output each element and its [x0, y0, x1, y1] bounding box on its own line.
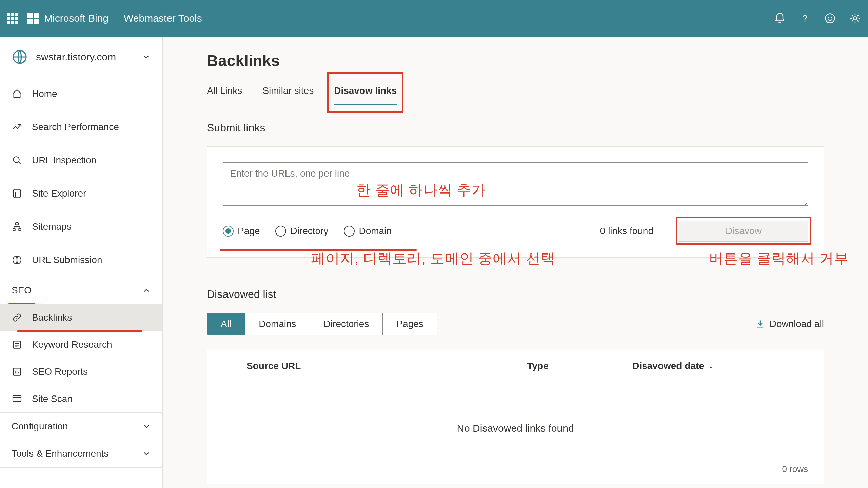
svg-rect-10 [19, 228, 21, 231]
tab-disavow-links[interactable]: Disavow links [334, 77, 397, 105]
nav-label: Search Performance [32, 122, 119, 133]
seg-pages[interactable]: Pages [383, 313, 437, 335]
row-count: 0 rows [207, 454, 824, 484]
download-icon [755, 319, 765, 329]
nav-label: Home [32, 88, 57, 99]
nav-site-scan[interactable]: Site Scan [0, 385, 162, 412]
nav-label: Site Explorer [32, 188, 86, 199]
app-launcher-icon[interactable] [7, 13, 18, 24]
annotation-text: 한 줄에 하나씩 추가 [356, 181, 486, 200]
chevron-down-icon [141, 52, 151, 62]
svg-rect-9 [13, 228, 15, 231]
sidebar-nav[interactable]: Home Search Performance URL Inspection S… [0, 77, 162, 488]
radio-page[interactable]: Page [223, 226, 260, 237]
seg-directories[interactable]: Directories [310, 313, 383, 335]
nav-label: Backlinks [32, 312, 72, 323]
sidebar: swstar.tistory.com Home Search Performan… [0, 37, 163, 488]
tab-similar-sites[interactable]: Similar sites [262, 77, 314, 105]
col-type[interactable]: Type [527, 361, 633, 371]
tab-all-links[interactable]: All Links [207, 77, 242, 105]
col-source-url[interactable]: Source URL [223, 361, 527, 371]
seg-domains[interactable]: Domains [245, 313, 310, 335]
submit-links-label: Submit links [207, 122, 824, 134]
nav-url-submission[interactable]: URL Submission [0, 243, 162, 277]
download-all-button[interactable]: Download all [755, 319, 824, 329]
submit-links-card: 한 줄에 하나씩 추가 Page Directory Domain 0 link… [207, 146, 824, 258]
svg-rect-8 [16, 223, 18, 225]
microsoft-logo-icon [27, 13, 39, 24]
svg-rect-14 [13, 395, 21, 401]
radio-icon [223, 226, 234, 237]
radio-icon [275, 226, 286, 237]
download-label: Download all [770, 319, 824, 329]
url-input[interactable] [223, 162, 808, 206]
nav-group-configuration[interactable]: Configuration [0, 413, 162, 440]
chevron-up-icon [142, 286, 151, 295]
nav-group-label: Tools & Enhancements [12, 448, 108, 459]
site-domain: swstar.tistory.com [36, 51, 133, 63]
globe-icon [12, 49, 28, 65]
help-icon[interactable] [799, 12, 811, 24]
sort-down-icon [708, 363, 714, 369]
nav-label: Site Scan [32, 393, 73, 404]
notifications-icon[interactable] [774, 12, 786, 24]
svg-point-0 [805, 21, 805, 22]
chevron-down-icon [142, 449, 151, 458]
nav-group-tools[interactable]: Tools & Enhancements [0, 440, 162, 467]
nav-label: Sitemaps [32, 221, 72, 232]
col-disavowed-date[interactable]: Disavowed date [632, 361, 808, 371]
header-divider [116, 12, 116, 24]
nav-group-seo[interactable]: SEO [0, 277, 162, 304]
disavowed-table: Source URL Type Disavowed date No Disavo… [207, 350, 824, 484]
nav-label: Keyword Research [32, 339, 112, 350]
filter-segments: All Domains Directories Pages [207, 313, 437, 335]
radio-row: Page Directory Domain 0 links found Disa… [223, 221, 808, 242]
brand-logo[interactable]: Microsoft Bing [27, 13, 108, 24]
svg-point-3 [831, 17, 832, 18]
radio-label: Domain [359, 226, 391, 237]
nav-label: SEO Reports [32, 366, 88, 377]
chevron-down-icon [142, 422, 151, 431]
seg-all[interactable]: All [207, 313, 245, 335]
nav-search-performance[interactable]: Search Performance [0, 110, 162, 144]
top-header: Microsoft Bing Webmaster Tools [0, 0, 868, 37]
nav-home[interactable]: Home [0, 77, 162, 110]
site-selector[interactable]: swstar.tistory.com [0, 37, 162, 77]
nav-label: URL Inspection [32, 155, 96, 166]
nav-url-inspection[interactable]: URL Inspection [0, 144, 162, 177]
radio-domain[interactable]: Domain [344, 226, 391, 237]
annotation-text: 버튼을 클릭해서 거부 [709, 249, 849, 268]
header-actions [774, 12, 861, 24]
svg-point-6 [13, 157, 19, 162]
svg-point-4 [853, 17, 857, 20]
filter-row: All Domains Directories Pages Download a… [207, 313, 824, 335]
product-name: Webmaster Tools [124, 13, 202, 24]
nav-group-label: Configuration [12, 421, 68, 432]
tabs: All Links Similar sites Disavow links [163, 77, 868, 105]
svg-rect-7 [13, 190, 20, 197]
main-content: Backlinks All Links Similar sites Disavo… [163, 37, 868, 488]
links-found-label: 0 links found [600, 226, 653, 237]
empty-state: No Disavowed links found [207, 382, 824, 454]
nav-label: URL Submission [32, 255, 102, 265]
disavow-button[interactable]: Disavow [679, 221, 808, 242]
nav-sitemaps[interactable]: Sitemaps [0, 210, 162, 243]
nav-backlinks[interactable]: Backlinks [0, 304, 162, 331]
nav-seo-reports[interactable]: SEO Reports [0, 358, 162, 385]
svg-point-1 [826, 14, 835, 23]
radio-directory[interactable]: Directory [275, 226, 328, 237]
radio-icon [344, 226, 355, 237]
brand-name: Microsoft Bing [44, 13, 108, 24]
nav-site-explorer[interactable]: Site Explorer [0, 177, 162, 210]
annotation-text: 페이지, 디렉토리, 도메인 중에서 선택 [311, 249, 555, 268]
feedback-icon[interactable] [824, 12, 836, 24]
disavowed-list-label: Disavowed list [207, 288, 824, 301]
radio-label: Page [238, 226, 260, 237]
nav-group-label: SEO [12, 285, 32, 296]
col-label: Disavowed date [632, 361, 704, 371]
table-header: Source URL Type Disavowed date [207, 350, 824, 382]
page-title: Backlinks [207, 52, 824, 70]
svg-point-2 [828, 17, 829, 18]
nav-keyword-research[interactable]: Keyword Research [0, 331, 162, 358]
settings-icon[interactable] [849, 12, 861, 24]
